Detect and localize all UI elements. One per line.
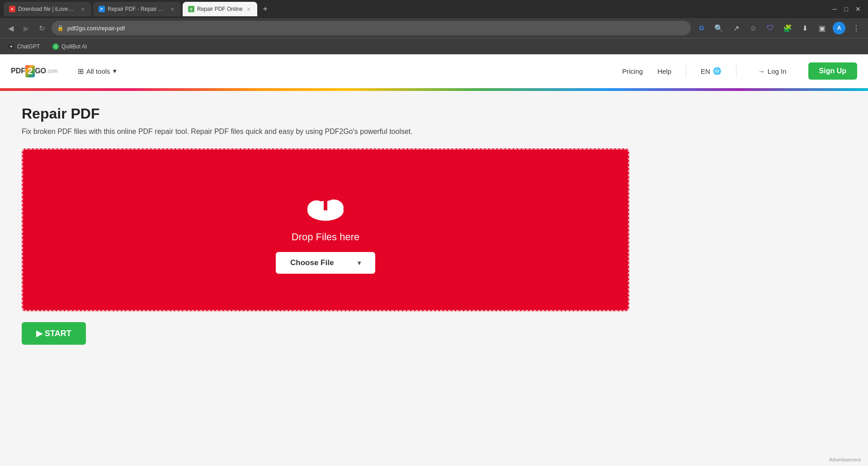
forward-button[interactable]: ▶ [21, 23, 32, 33]
choose-file-chevron: ▾ [358, 259, 361, 266]
page-content: PDF 2 GO .com ⊞ All tools ▾ Pricing Help… [0, 54, 868, 359]
upload-cloud-icon [303, 186, 348, 222]
logo-pdf-text: PDF [11, 67, 25, 75]
login-label: Log In [768, 67, 787, 75]
url-text: pdf2go.com/repair-pdf [67, 25, 125, 32]
browser-actions: G 🔍 ↗ ☆ 🛡 🧩 ⬇ ▣ A ⋮ [695, 22, 863, 34]
maximize-button[interactable]: □ [844, 5, 848, 13]
advertisement-label: Advertisement [829, 457, 861, 462]
minimize-button[interactable]: ─ [833, 5, 837, 13]
address-bar: ◀ ▶ ↻ 🔒 pdf2go.com/repair-pdf G 🔍 ↗ ☆ 🛡 … [0, 18, 868, 38]
tab-3[interactable]: S Repair PDF Online ✕ [183, 2, 257, 16]
grid-icon: ⊞ [78, 67, 84, 76]
all-tools-button[interactable]: ⊞ All tools ▾ [72, 63, 122, 79]
login-button[interactable]: → Log In [751, 64, 794, 79]
main-section: Repair PDF Fix broken PDF files with thi… [0, 91, 651, 359]
logo-com-text: .com [46, 68, 58, 74]
bookmarks-bar: ● ChatGPT Q QuillBot AI [0, 38, 868, 54]
language-button[interactable]: EN 🌐 [701, 67, 722, 75]
drop-text: Drop Files here [292, 231, 359, 243]
security-icon: 🔒 [57, 25, 64, 31]
extensions-icon[interactable]: 🧩 [781, 22, 794, 34]
logo-go-text: GO [35, 67, 46, 75]
share-icon[interactable]: ↗ [730, 22, 742, 34]
window-controls: ─ □ ✕ [833, 5, 864, 13]
tab-3-close[interactable]: ✕ [245, 6, 252, 12]
lang-label: EN [701, 67, 710, 75]
globe-icon: 🌐 [713, 67, 722, 75]
pricing-link[interactable]: Pricing [622, 67, 643, 75]
signup-button[interactable]: Sign Up [808, 62, 857, 80]
back-button[interactable]: ◀ [5, 23, 16, 33]
help-link[interactable]: Help [657, 67, 671, 75]
refresh-button[interactable]: ↻ [36, 23, 47, 33]
svg-point-1 [307, 200, 326, 217]
login-arrow-icon: → [758, 67, 765, 75]
site-header: PDF 2 GO .com ⊞ All tools ▾ Pricing Help… [0, 54, 868, 88]
tab-1-close[interactable]: ✕ [80, 6, 86, 12]
search-lens-icon[interactable]: 🔍 [712, 22, 725, 34]
new-tab-button[interactable]: + [259, 3, 272, 15]
url-bar[interactable]: 🔒 pdf2go.com/repair-pdf [52, 21, 691, 35]
chevron-icon: ▾ [113, 67, 117, 75]
page-title: Repair PDF [22, 105, 629, 122]
tab-bar: ♥ Download file | iLovePDF ✕ P Repair PD… [0, 0, 868, 18]
profile-icon[interactable]: A [833, 22, 845, 34]
tab-2[interactable]: P Repair PDF - Repair PDF online ✕ [93, 2, 181, 16]
header-nav: Pricing Help EN 🌐 → Log In Sign Up [622, 62, 857, 80]
browser-chrome: ♥ Download file | iLovePDF ✕ P Repair PD… [0, 0, 868, 54]
download-icon[interactable]: ⬇ [798, 22, 811, 34]
site-logo[interactable]: PDF 2 GO .com [11, 65, 58, 77]
close-window-button[interactable]: ✕ [855, 5, 861, 13]
logo-2-text: 2 [25, 65, 35, 77]
shield-icon[interactable]: 🛡 [764, 22, 777, 34]
google-icon[interactable]: G [695, 22, 708, 34]
sidebar-icon[interactable]: ▣ [816, 22, 828, 34]
start-button[interactable]: ▶ START [22, 322, 86, 345]
tab-1[interactable]: ♥ Download file | iLovePDF ✕ [4, 2, 91, 16]
bookmark-star-icon[interactable]: ☆ [747, 22, 760, 34]
bookmark-chatgpt[interactable]: ● ChatGPT [5, 42, 42, 52]
page-description: Fix broken PDF files with this online PD… [22, 128, 629, 136]
bookmark-quillbot[interactable]: Q QuillBot AI [50, 42, 90, 52]
all-tools-label: All tools [86, 67, 110, 75]
tab-2-close[interactable]: ✕ [169, 6, 175, 12]
choose-file-label: Choose File [290, 258, 334, 267]
choose-file-button[interactable]: Choose File ▾ [276, 252, 375, 274]
menu-icon[interactable]: ⋮ [850, 22, 863, 34]
drop-zone[interactable]: Drop Files here Choose File ▾ [22, 148, 629, 311]
